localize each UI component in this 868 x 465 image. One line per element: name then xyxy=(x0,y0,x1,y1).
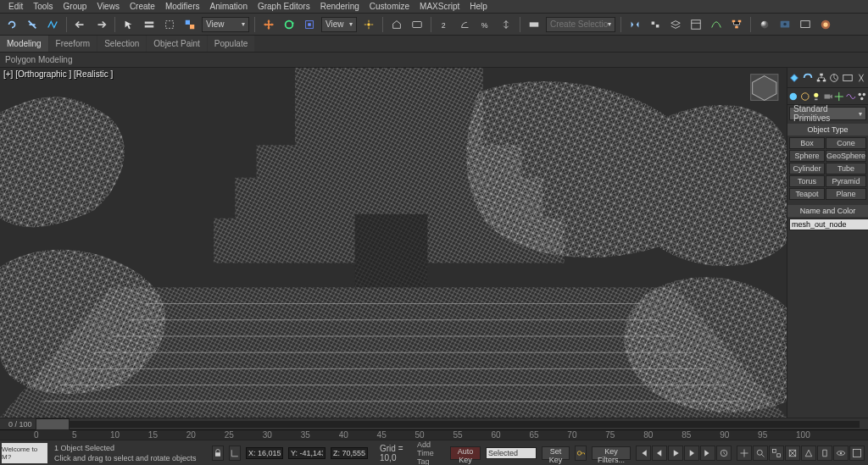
bind-icon[interactable] xyxy=(44,16,61,33)
modify-tab-icon[interactable] xyxy=(802,72,814,84)
viewport-label[interactable]: [+] [Orthographic ] [Realistic ] xyxy=(3,69,113,79)
btn-cone[interactable]: Cone xyxy=(826,137,866,149)
menu-create[interactable]: Create xyxy=(125,2,160,11)
viewport[interactable]: [+] [Orthographic ] [Realistic ] xyxy=(0,68,787,418)
key-icon[interactable] xyxy=(575,446,587,461)
link-icon[interactable] xyxy=(3,16,20,33)
time-ruler[interactable]: 0510152025303540455055606570758085909510… xyxy=(0,429,868,440)
layer-explorer-icon[interactable] xyxy=(687,16,704,33)
shapes-cat-icon[interactable] xyxy=(799,91,811,102)
rollout-name-color[interactable]: Name and Color xyxy=(787,205,868,217)
btn-teapot[interactable]: Teapot xyxy=(789,188,825,200)
menu-tools[interactable]: Tools xyxy=(28,2,58,11)
snap-2d-icon[interactable]: 2 xyxy=(437,16,453,33)
motion-tab-icon[interactable] xyxy=(828,72,840,84)
schematic-icon[interactable] xyxy=(728,16,745,33)
menu-help[interactable]: Help xyxy=(465,2,492,11)
named-selset-icon[interactable] xyxy=(526,16,542,33)
goto-end-icon[interactable] xyxy=(700,446,715,461)
autokey-button[interactable]: Auto Key xyxy=(450,446,481,460)
btn-torus[interactable]: Torus xyxy=(789,175,825,187)
scale-icon[interactable] xyxy=(301,16,318,33)
coord-y[interactable] xyxy=(288,447,326,459)
undo-icon[interactable] xyxy=(72,16,89,33)
time-config-icon[interactable] xyxy=(716,446,732,461)
display-tab-icon[interactable] xyxy=(842,72,854,84)
menu-customize[interactable]: Customize xyxy=(364,2,415,11)
time-slider-thumb[interactable] xyxy=(36,418,70,430)
btn-tube[interactable]: Tube xyxy=(826,163,866,174)
btn-box[interactable]: Box xyxy=(789,137,825,149)
menu-modifiers[interactable]: Modifiers xyxy=(160,2,205,11)
lock-selection-icon[interactable] xyxy=(212,446,224,461)
keyshortcut-icon[interactable] xyxy=(409,16,426,33)
play-icon[interactable] xyxy=(668,446,683,461)
welcome-badge[interactable]: Welcome to M? xyxy=(2,443,47,463)
manipulate-icon[interactable] xyxy=(388,16,405,33)
maximize-viewport-icon[interactable] xyxy=(849,446,865,461)
menu-rendering[interactable]: Rendering xyxy=(315,2,364,11)
redo-icon[interactable] xyxy=(92,16,109,33)
coord-z[interactable] xyxy=(331,447,368,459)
fov-icon[interactable] xyxy=(801,446,816,461)
snap-angle-icon[interactable] xyxy=(457,16,474,33)
pivot-icon[interactable] xyxy=(360,16,377,33)
geom-cat-icon[interactable] xyxy=(787,91,799,102)
render-setup-icon[interactable] xyxy=(776,16,793,33)
material-editor-icon[interactable] xyxy=(756,16,773,33)
rotate-icon[interactable] xyxy=(281,16,298,33)
select-rect-icon[interactable] xyxy=(161,16,178,33)
coordsys-dropdown[interactable]: View xyxy=(321,17,357,32)
select-name-icon[interactable] xyxy=(141,16,158,33)
next-frame-icon[interactable] xyxy=(684,446,699,461)
cameras-cat-icon[interactable] xyxy=(822,91,834,102)
ribbon-subpanel[interactable]: Polygon Modeling xyxy=(0,53,868,68)
tab-freeform[interactable]: Freeform xyxy=(49,36,97,52)
window-crossing-icon[interactable] xyxy=(181,16,198,33)
menu-views[interactable]: Views xyxy=(92,2,125,11)
goto-start-icon[interactable] xyxy=(636,446,651,461)
abs-rel-icon[interactable] xyxy=(229,446,241,461)
zoom-extents-icon[interactable] xyxy=(785,446,800,461)
layer-icon[interactable] xyxy=(667,16,684,33)
menu-group[interactable]: Group xyxy=(58,2,92,11)
mirror-icon[interactable] xyxy=(626,16,643,33)
menu-edit[interactable]: Edit xyxy=(3,2,28,11)
hierarchy-tab-icon[interactable] xyxy=(815,72,827,84)
render-frame-icon[interactable] xyxy=(797,16,814,33)
spacewarps-cat-icon[interactable] xyxy=(845,91,857,102)
lights-cat-icon[interactable] xyxy=(810,91,822,102)
time-slider[interactable]: 0 / 100 xyxy=(0,418,868,429)
align-icon[interactable] xyxy=(647,16,664,33)
spinner-snap-icon[interactable] xyxy=(498,16,515,33)
unlink-icon[interactable] xyxy=(24,16,41,33)
helpers-cat-icon[interactable] xyxy=(833,91,845,102)
btn-sphere[interactable]: Sphere xyxy=(789,150,825,162)
pan-icon[interactable] xyxy=(737,446,752,461)
btn-geosphere[interactable]: GeoSphere xyxy=(826,150,866,162)
zoom-all-icon[interactable] xyxy=(769,446,784,461)
menu-grapheditors[interactable]: Graph Editors xyxy=(253,2,315,11)
prev-frame-icon[interactable] xyxy=(652,446,667,461)
move-icon[interactable] xyxy=(260,16,277,33)
key-filters-button[interactable]: Key Filters... xyxy=(592,446,631,460)
btn-pyramid[interactable]: Pyramid xyxy=(826,175,866,187)
tab-selection[interactable]: Selection xyxy=(97,36,146,52)
orbit-icon[interactable] xyxy=(833,446,849,461)
curve-editor-icon[interactable] xyxy=(708,16,725,33)
create-category-dropdown[interactable]: Standard Primitives xyxy=(789,107,866,120)
create-tab-icon[interactable] xyxy=(788,72,800,84)
btn-cylinder[interactable]: Cylinder xyxy=(789,163,825,174)
snap-percent-icon[interactable]: % xyxy=(477,16,494,33)
select-icon[interactable] xyxy=(120,16,137,33)
menu-maxscript[interactable]: MAXScript xyxy=(415,2,465,11)
pan-view-icon[interactable] xyxy=(817,446,832,461)
tab-objectpaint[interactable]: Object Paint xyxy=(147,36,206,52)
filter-dropdown[interactable]: View xyxy=(202,17,249,32)
key-filter-target[interactable] xyxy=(486,447,537,459)
menu-animation[interactable]: Animation xyxy=(204,2,252,11)
rollout-object-type[interactable]: Object Type xyxy=(787,124,868,136)
utilities-tab-icon[interactable] xyxy=(855,72,867,84)
btn-plane[interactable]: Plane xyxy=(826,188,866,200)
add-time-tag[interactable]: Add Time Tag xyxy=(417,440,445,466)
